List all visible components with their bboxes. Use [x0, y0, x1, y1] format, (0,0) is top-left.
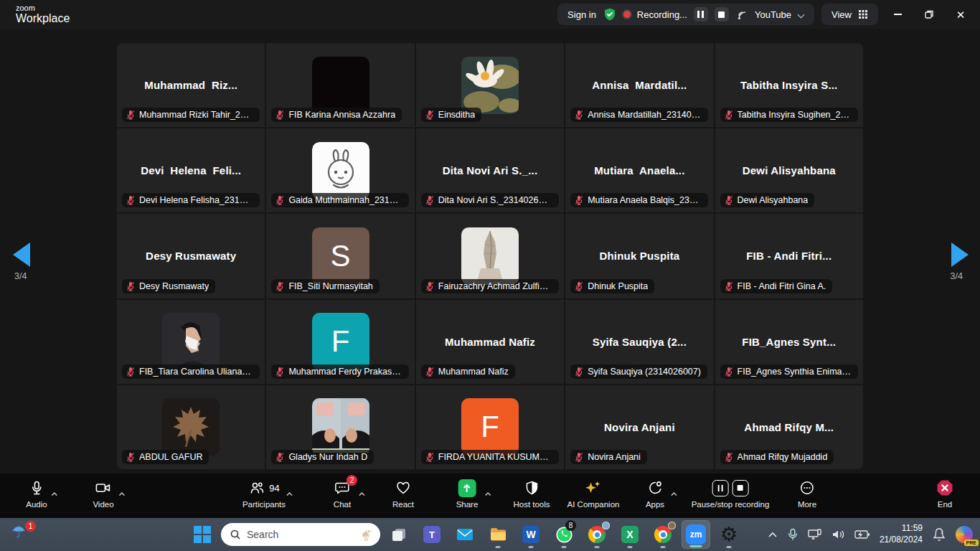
- taskbar-app-excel[interactable]: X: [616, 520, 644, 549]
- share-button[interactable]: Share: [456, 479, 479, 509]
- apps-button[interactable]: Apps: [646, 479, 664, 509]
- participant-name-label: FIB - Andi Fitri Gina A.: [720, 279, 833, 293]
- widgets-weather-icon[interactable]: ☂1: [11, 523, 33, 545]
- participant-tile[interactable]: Einsditha: [416, 43, 564, 127]
- share-screen-icon: [458, 479, 476, 497]
- cartoon-rabbit-avatar: [312, 142, 369, 199]
- minimize-button[interactable]: [885, 4, 910, 25]
- page-indicator-right: 3/4: [951, 271, 963, 281]
- recording-status-label: Recording...: [637, 9, 687, 20]
- chevron-down-icon[interactable]: [798, 11, 804, 18]
- apps-options-caret[interactable]: [670, 487, 678, 500]
- participant-display-name: FIB - Andi Fitri...: [746, 250, 831, 262]
- participant-tile[interactable]: Dita Novi Ari S._...Dita Novi Ari S._231…: [416, 128, 564, 212]
- host-tools-button[interactable]: Host tools: [513, 479, 550, 509]
- taskbar-app-whatsapp[interactable]: 8: [550, 520, 578, 549]
- tray-display-icon[interactable]: [808, 529, 822, 540]
- stop-recording-button[interactable]: [715, 7, 729, 22]
- previous-page-arrow[interactable]: [13, 242, 30, 267]
- next-page-arrow[interactable]: [951, 242, 969, 267]
- taskbar-search-input[interactable]: Search: [221, 523, 380, 546]
- muted-mic-icon: [126, 195, 136, 205]
- participant-tile[interactable]: FIB Karina Annisa Azzahra: [266, 43, 414, 127]
- participants-options-caret[interactable]: [286, 487, 293, 500]
- video-button[interactable]: Video: [93, 479, 113, 509]
- participant-tile[interactable]: Devi Helena Feli...Devi Helena Felisha_2…: [117, 128, 265, 212]
- muted-mic-icon: [724, 281, 734, 291]
- end-meeting-button[interactable]: End: [936, 479, 954, 509]
- security-shield-icon[interactable]: [603, 7, 617, 22]
- tray-notifications-bell-icon[interactable]: z: [932, 527, 946, 542]
- taskbar-app-word[interactable]: W: [517, 520, 545, 549]
- tray-clock[interactable]: 11:59 21/08/2024: [880, 523, 923, 545]
- youtube-stream-label[interactable]: YouTube: [755, 9, 791, 20]
- start-button[interactable]: [188, 520, 217, 549]
- windows-taskbar: ☂1 Search T: [0, 518, 980, 551]
- participant-tile[interactable]: FIB_Tiara Carolina Uliana Situ...: [117, 300, 265, 384]
- pause-recording-icon[interactable]: [712, 480, 729, 496]
- participant-tile[interactable]: Syifa Sauqiya (2...Syifa Sauqiya (231402…: [565, 300, 713, 384]
- share-options-caret[interactable]: [484, 487, 492, 500]
- taskbar-app-chrome-2[interactable]: [649, 520, 677, 549]
- audio-button[interactable]: Audio: [26, 479, 47, 509]
- copilot-icon[interactable]: PRE: [956, 526, 973, 543]
- video-options-caret[interactable]: [118, 487, 126, 500]
- sign-in-button[interactable]: Sign in: [567, 9, 596, 20]
- participant-tile[interactable]: FIB_Agnes Synt...FIB_Agnes Synthia Enima…: [715, 300, 863, 384]
- close-button[interactable]: ✕: [948, 4, 973, 25]
- taskbar-app-mail[interactable]: [451, 520, 479, 549]
- more-button[interactable]: More: [798, 479, 816, 509]
- stop-recording-icon[interactable]: [732, 480, 749, 496]
- restore-button[interactable]: [917, 4, 941, 25]
- chat-button[interactable]: 2 Chat: [334, 479, 351, 509]
- participants-button[interactable]: 94 Participants: [242, 479, 286, 509]
- participant-tile[interactable]: Muhammad NafizMuhammad Nafiz: [416, 300, 564, 384]
- tray-speaker-icon[interactable]: [831, 529, 845, 540]
- view-button[interactable]: View: [821, 4, 878, 25]
- audio-options-caret[interactable]: [50, 487, 58, 500]
- muted-mic-icon: [724, 367, 734, 377]
- pause-stop-recording-button[interactable]: Pause/stop recording: [692, 479, 770, 509]
- camera-icon: [94, 479, 113, 496]
- tray-chevron-up-icon[interactable]: [768, 531, 778, 538]
- participant-tile[interactable]: FMuhammad Ferdy Prakasa_23...: [266, 300, 414, 384]
- participant-tile[interactable]: Novira AnjaniNovira Anjani: [565, 385, 713, 469]
- muted-mic-icon: [574, 195, 584, 205]
- participant-name-label: Devi Helena Felisha_23140260...: [122, 193, 260, 207]
- participant-tile[interactable]: Fairuzachry Achmad Zulfian_ S...: [416, 214, 564, 298]
- taskbar-app-chrome-1[interactable]: [583, 520, 611, 549]
- chrome-profile-overlay: [602, 522, 610, 529]
- participant-tile[interactable]: SFIB_Siti Nurmasyitah: [266, 214, 414, 298]
- participant-tile[interactable]: Gaida Muthmainnah_2314026...: [266, 128, 414, 212]
- participant-tile[interactable]: Ahmad Rifqy M...Ahmad Rifqy Mujaddid: [715, 385, 863, 469]
- chat-options-caret[interactable]: [358, 487, 366, 500]
- participant-name-label: FIRDA YUANITA KUSUMA WA...: [421, 450, 559, 464]
- participant-tile[interactable]: Dewi AlisyahbanaDewi Alisyahbana: [715, 128, 863, 212]
- taskbar-app-explorer[interactable]: [484, 520, 512, 549]
- taskbar-app-zoom-active[interactable]: zm: [682, 520, 710, 549]
- participant-tile[interactable]: FFIRDA YUANITA KUSUMA WA...: [416, 385, 564, 469]
- participant-tile[interactable]: Mutiara Anaela...Mutiara Anaela Balqis_2…: [565, 128, 713, 212]
- live-stream-icon: [735, 8, 748, 21]
- task-view-button[interactable]: [385, 520, 413, 549]
- taskbar-app-teams[interactable]: T: [418, 520, 446, 549]
- participant-tile[interactable]: Gladys Nur Indah D: [266, 385, 414, 469]
- tray-time: 11:59: [880, 523, 923, 534]
- participant-tile[interactable]: Dhinuk PuspitaDhinuk Puspita: [565, 214, 713, 298]
- participant-tile[interactable]: Muhammad Riz...Muhammad Rizki Tahir_2314…: [117, 43, 265, 127]
- participant-name-label: Muhammad Ferdy Prakasa_23...: [271, 364, 409, 379]
- participant-tile[interactable]: Tabitha Insyira S...Tabitha Insyira Sugi…: [715, 43, 863, 127]
- logo-workplace-text: Workplace: [16, 13, 70, 24]
- participant-tile[interactable]: ABDUL GAFUR: [117, 385, 265, 469]
- tray-microphone-icon[interactable]: [787, 528, 798, 541]
- react-button[interactable]: React: [392, 479, 414, 509]
- participant-tile[interactable]: Desy RusmawatyDesy Rusmawaty: [117, 214, 265, 298]
- taskbar-app-settings[interactable]: ⚙: [715, 520, 743, 549]
- participant-name-label: Annisa Mardatillah_2314026037: [570, 108, 708, 122]
- ai-companion-button[interactable]: AI Companion: [567, 479, 620, 509]
- participant-tile[interactable]: FIB - Andi Fitri...FIB - Andi Fitri Gina…: [715, 214, 863, 298]
- participant-tile[interactable]: Annisa Mardatil...Annisa Mardatillah_231…: [565, 43, 713, 127]
- tray-battery-icon[interactable]: [854, 529, 870, 540]
- search-highlight-bird-icon[interactable]: [359, 527, 374, 542]
- pause-recording-button[interactable]: [694, 7, 708, 22]
